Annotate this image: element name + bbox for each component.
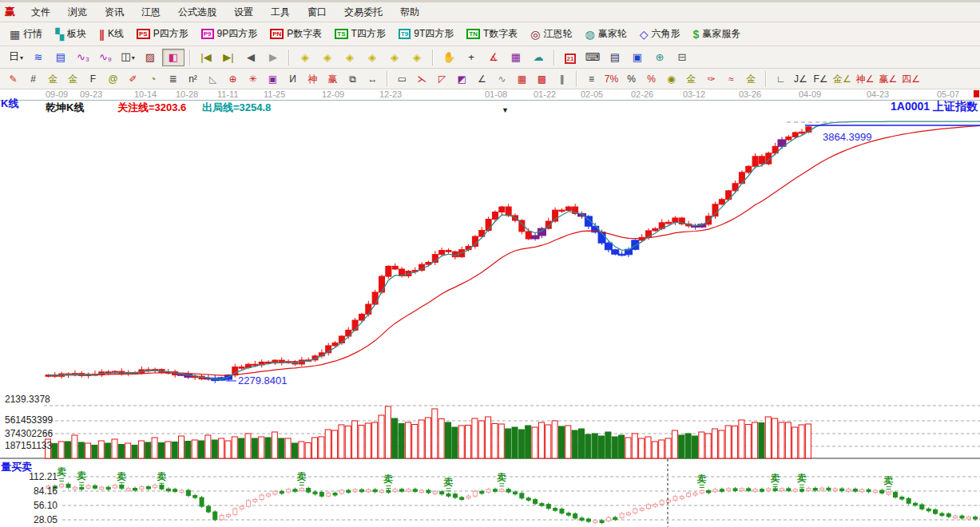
winner-wheel-button[interactable]: ◍赢家轮 — [579, 27, 633, 41]
spiral-icon[interactable]: @ — [104, 72, 122, 86]
diamond-zoom-out-icon[interactable]: ◈ — [407, 50, 427, 65]
diamond-left-icon[interactable]: ◈ — [295, 50, 315, 65]
percent-icon[interactable]: % — [622, 72, 641, 86]
gann-tool-icon[interactable]: ▦ — [506, 50, 526, 65]
p-square-button[interactable]: PSP四方形 — [130, 27, 195, 41]
fan-lines-icon[interactable]: ⋋ — [413, 72, 431, 86]
parallel-icon[interactable]: ∥ — [553, 72, 571, 86]
candle-style-dropdown-icon[interactable]: ▾ — [132, 54, 135, 61]
square-target-icon[interactable]: ▣ — [264, 72, 282, 86]
page-left-icon[interactable]: ◀ — [240, 50, 261, 65]
fan-square-icon[interactable]: ◩ — [453, 72, 471, 86]
calculator-icon[interactable]: ⌨ — [582, 50, 603, 65]
gold-grid-b-icon[interactable]: 金 — [64, 72, 82, 86]
gann-wheel-button[interactable]: ◎江恩轮 — [524, 27, 578, 41]
period-day-icon[interactable]: 日▾ — [6, 49, 26, 66]
menu-item-5[interactable]: 公式选股 — [169, 3, 225, 22]
win-grid-icon[interactable]: 赢 — [323, 72, 342, 86]
ruler-123-icon[interactable]: ⧉ — [343, 72, 362, 86]
menu-item-4[interactable]: 江恩 — [133, 3, 169, 22]
chart-canvas[interactable]: 卖卖卖卖卖卖卖卖卖卖卖卖 — [0, 89, 980, 527]
chip-distribution-icon[interactable]: ▨ — [140, 50, 161, 65]
menu-item-9[interactable]: 交易委托 — [335, 3, 391, 22]
menu-item-3[interactable]: 资讯 — [96, 3, 133, 22]
n2-grid-icon[interactable]: n² — [184, 72, 202, 86]
shen-grid-icon[interactable]: 神 — [304, 72, 322, 86]
crosshair-icon[interactable]: + — [461, 50, 482, 65]
shen-angle-icon[interactable]: 神∠ — [855, 72, 876, 86]
red-grid-icon[interactable]: ▦ — [513, 72, 531, 86]
pen-ruler-icon[interactable]: ✐ — [124, 72, 142, 86]
hexagon-button[interactable]: ◇六角形 — [633, 27, 687, 41]
winner-service-button[interactable]: $赢家服务 — [687, 27, 748, 41]
gold-grid-a-icon[interactable]: 金 — [44, 72, 62, 86]
menu-item-2[interactable]: 浏览 — [59, 3, 96, 22]
gold-line-icon[interactable]: 金 — [742, 72, 760, 86]
quotes-button[interactable]: ▦行情 — [3, 27, 49, 41]
j-angle-icon[interactable]: J∠ — [792, 72, 810, 86]
diamond-compress-icon[interactable]: ◈ — [339, 50, 360, 65]
first-page-icon[interactable]: |◀ — [196, 50, 216, 65]
price-scale-icon[interactable]: ≡ — [582, 72, 601, 86]
measure-pen-icon[interactable]: ✑ — [702, 72, 720, 86]
circle-cross-icon[interactable]: ⊕ — [224, 72, 242, 86]
wave-9-icon[interactable]: ∿₉ — [95, 50, 116, 65]
menu-item-6[interactable]: 设置 — [225, 3, 262, 22]
chart-area[interactable]: 卖卖卖卖卖卖卖卖卖卖卖卖 09-0909-2310-1410-2811-1111… — [0, 89, 980, 527]
angle-lines-icon[interactable]: ∠ — [473, 72, 491, 86]
diamond-zoom-in-icon[interactable]: ◈ — [384, 50, 405, 65]
9p-square-button[interactable]: P99P四方形 — [195, 27, 264, 41]
star-target-icon[interactable]: ✳ — [244, 72, 262, 86]
circle-cycle-icon[interactable]: ◔ — [144, 72, 162, 86]
gold-circle-icon[interactable]: ◉ — [662, 72, 680, 86]
t-square-button[interactable]: TST四方形 — [328, 27, 392, 41]
volume-peak-icon[interactable]: ◧ — [162, 49, 184, 66]
diamond-right-icon[interactable]: ◈ — [317, 50, 338, 65]
time-grid-icon[interactable]: # — [24, 72, 42, 86]
angle-measure-icon[interactable]: ∡ — [483, 50, 504, 65]
menu-item-7[interactable]: 工具 — [262, 3, 299, 22]
f-grid-icon[interactable]: F — [84, 72, 102, 86]
percent-7-icon[interactable]: 7% — [602, 72, 621, 86]
fan-box-icon[interactable]: ◸ — [433, 72, 451, 86]
diamond-expand-icon[interactable]: ◈ — [362, 50, 383, 65]
menu-item-10[interactable]: 帮助 — [391, 3, 428, 22]
zigzag-icon[interactable]: ∿ — [493, 72, 511, 86]
menu-item-8[interactable]: 窗口 — [299, 3, 335, 22]
rect-tool-icon[interactable]: ▭ — [393, 72, 411, 86]
wave-gold-icon[interactable]: ≈ — [722, 72, 740, 86]
printer-icon[interactable]: ⊟ — [672, 50, 692, 65]
candle-style-icon[interactable]: ◫▾ — [117, 49, 138, 66]
pane-tab-kline[interactable]: K线 — [1, 97, 18, 111]
period-day-dropdown-icon[interactable]: ▾ — [20, 54, 23, 61]
menu-item-1[interactable]: 文件 — [22, 3, 59, 22]
win-angle-icon[interactable]: 赢∠ — [878, 72, 899, 86]
network-icon[interactable]: ⊕ — [649, 50, 670, 65]
page-right-icon[interactable]: ▶ — [263, 50, 284, 65]
dense-grid-icon[interactable]: ≣ — [164, 72, 182, 86]
wave-overview-icon[interactable]: ≋ — [28, 50, 49, 65]
draw-pen-icon[interactable]: ✎ — [4, 72, 22, 86]
gold-level-icon[interactable]: 金 — [682, 72, 700, 86]
f-angle-icon[interactable]: F∠ — [811, 72, 830, 86]
percent-line-icon[interactable]: % — [642, 72, 661, 86]
symbol-name[interactable]: 1A0001 上证指数 — [891, 100, 978, 114]
t-number-button[interactable]: TNT数字表 — [460, 27, 524, 41]
9t-square-button[interactable]: T99T四方形 — [392, 27, 460, 41]
f10-info-icon[interactable]: ▤ — [50, 50, 71, 65]
fan-gray-icon[interactable]: ◺ — [204, 72, 222, 86]
wave-3-icon[interactable]: ∿₃ — [73, 50, 93, 65]
save-icon[interactable]: ▣ — [627, 50, 648, 65]
kline-button[interactable]: ∥K线 — [93, 27, 130, 41]
calendar-icon[interactable]: 21 — [560, 50, 581, 65]
gold-angle-icon[interactable]: 金∠ — [831, 72, 853, 86]
pan-hand-icon[interactable]: ✋ — [438, 50, 459, 65]
notes-icon[interactable]: ▤ — [605, 50, 625, 65]
cloud-analysis-icon[interactable]: ☁ — [528, 50, 549, 65]
h-span-icon[interactable]: ↔ — [363, 72, 382, 86]
n-marks-icon[interactable]: И — [284, 72, 302, 86]
sectors-button[interactable]: ▚板块 — [49, 27, 93, 41]
red-grid-arrow-icon[interactable]: ▩ — [533, 72, 551, 86]
angle-perp-icon[interactable]: ∟ — [772, 72, 790, 86]
p-number-button[interactable]: PNP数字表 — [264, 27, 328, 41]
